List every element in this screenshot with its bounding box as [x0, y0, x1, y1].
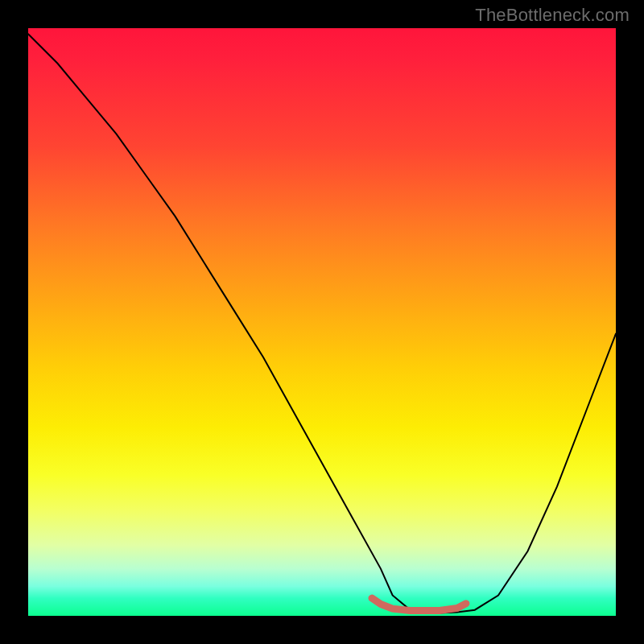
plot-area — [28, 28, 616, 616]
watermark-text: TheBottleneck.com — [475, 5, 630, 26]
chart-svg — [28, 28, 616, 616]
chart-stage: TheBottleneck.com — [0, 0, 644, 644]
bottleneck-curve-line — [28, 34, 616, 613]
optimal-range-marker — [372, 598, 466, 610]
